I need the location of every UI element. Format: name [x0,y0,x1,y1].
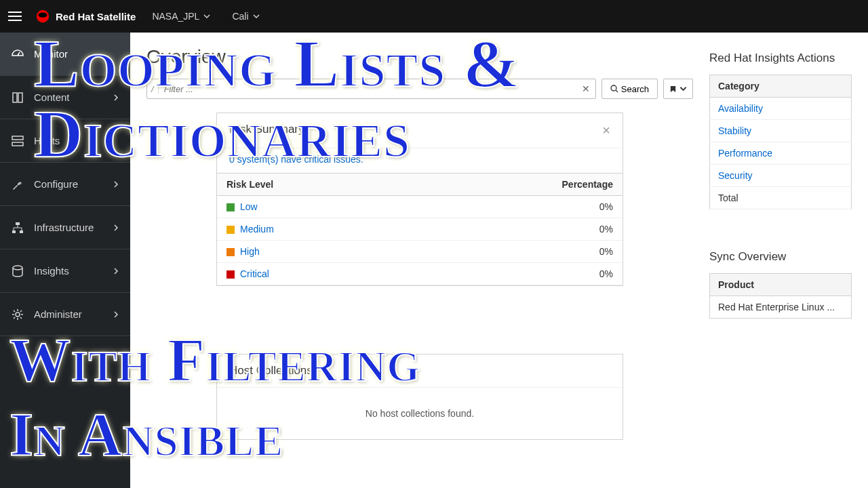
sidebar-item-configure[interactable]: Configure [0,163,130,206]
svg-point-8 [16,312,20,317]
page-title: Overview [146,46,693,68]
table-row: Security [710,165,852,187]
topbar: Red Hat Satellite NASA_JPL Cali [0,0,868,33]
org-selector[interactable]: NASA_JPL [146,11,216,22]
category-total: Total [710,187,852,209]
insights-category-table: Category AvailabilityStabilityPerformanc… [709,75,852,209]
svg-rect-6 [20,230,23,233]
redhat-icon [35,9,50,24]
main-content: Overview / ✕ Search Risk Summar [130,33,868,488]
wrench-icon [11,178,24,191]
col-product: Product [710,274,852,296]
chevron-right-icon [113,94,119,101]
database-icon [11,264,24,278]
hamburger-menu-icon[interactable] [8,8,24,24]
search-box: / ✕ [146,79,596,99]
table-row: Critical0% [217,263,623,285]
risk-level-link[interactable]: High [217,241,414,263]
host-collections-card: Host Collections No host collections fou… [216,354,623,440]
filter-slash-icon: / [147,84,159,94]
search-button-label: Search [621,84,649,94]
bookmark-button[interactable] [663,79,693,99]
risk-summary-card: Risk Summary × 0 system(s) have critical… [216,113,623,286]
table-row: Stability [710,120,852,142]
sidebar-item-label: Administer [34,308,82,320]
network-icon [11,221,24,235]
search-row: / ✕ Search [146,79,693,99]
svg-rect-2 [12,136,23,140]
sidebar-item-label: Content [34,92,70,103]
sidebar-item-label: Insights [34,265,69,277]
sync-table: Product Red Hat Enterprise Linux ... [709,273,852,319]
category-link[interactable]: Performance [710,142,852,165]
insights-title: Red Hat Insights Actions [709,52,852,65]
risk-percentage: 0% [414,196,623,218]
table-row: Medium0% [217,218,623,241]
filter-input[interactable] [159,84,576,94]
gear-icon [11,308,24,321]
svg-rect-3 [12,142,23,146]
table-row: Total [710,187,852,209]
risk-level-link[interactable]: Critical [217,263,414,285]
risk-subtitle-link[interactable]: 0 system(s) have critical issues. [217,148,623,173]
chevron-right-icon [113,268,119,274]
product-cell: Red Hat Enterprise Linux ... [710,296,852,319]
risk-level-link[interactable]: Low [217,196,414,218]
category-link[interactable]: Stability [710,120,852,142]
col-category: Category [710,75,852,98]
sidebar-item-label: Configure [34,178,78,190]
sidebar-item-hosts[interactable]: Hosts [0,119,130,163]
sidebar-item-insights[interactable]: Insights [0,249,130,293]
location-selector[interactable]: Cali [226,11,264,22]
sidebar-item-infrastructure[interactable]: Infrastructure [0,206,130,249]
table-row: Availability [710,98,852,120]
risk-percentage: 0% [414,263,623,285]
chevron-down-icon [203,13,210,20]
server-icon [11,134,24,148]
sidebar-item-content[interactable]: Content [0,76,130,119]
table-row: Red Hat Enterprise Linux ... [710,296,852,319]
search-button[interactable]: Search [601,79,658,99]
table-row: Low0% [217,196,623,218]
chevron-right-icon [113,311,119,318]
sidebar-item-label: Infrastructure [34,222,94,233]
org-label: NASA_JPL [152,11,199,22]
card-title: Risk Summary [229,123,304,138]
brand-text: Red Hat Satellite [56,11,136,22]
category-link[interactable]: Availability [710,98,852,120]
brand: Red Hat Satellite [35,9,136,24]
svg-rect-5 [12,230,16,233]
risk-table: Risk Level Percentage Low0%Medium0%High0… [217,173,623,285]
col-risk-level: Risk Level [217,174,414,196]
book-icon [11,91,24,104]
risk-percentage: 0% [414,241,623,263]
dashboard-icon [11,47,24,61]
close-icon[interactable]: × [602,123,610,138]
svg-point-7 [13,266,22,270]
svg-rect-4 [16,222,20,225]
risk-percentage: 0% [414,218,623,241]
table-row: High0% [217,241,623,263]
sidebar-item-label: Hosts [34,135,60,146]
col-percentage: Percentage [414,174,623,196]
chevron-down-icon [253,13,260,20]
chevron-right-icon [113,181,119,188]
risk-level-link[interactable]: Medium [217,218,414,241]
svg-point-1 [39,13,47,18]
right-column: Red Hat Insights Actions Category Availa… [709,46,852,474]
clear-icon[interactable]: ✕ [576,83,595,94]
sidebar: Monitor Content Hosts Configure Infrastr… [0,33,130,488]
sidebar-item-monitor[interactable]: Monitor [0,33,130,76]
table-row: Performance [710,142,852,165]
sync-title: Sync Overview [709,250,852,264]
sidebar-item-label: Monitor [34,48,68,60]
loc-label: Cali [232,11,248,22]
chevron-down-icon [679,85,687,93]
chevron-right-icon [113,224,119,231]
sidebar-item-administer[interactable]: Administer [0,293,130,336]
card-title: Host Collections [217,354,623,388]
category-link[interactable]: Security [710,165,852,187]
empty-message: No host collections found. [217,388,623,439]
bookmark-icon [669,85,677,93]
search-icon [610,85,618,93]
